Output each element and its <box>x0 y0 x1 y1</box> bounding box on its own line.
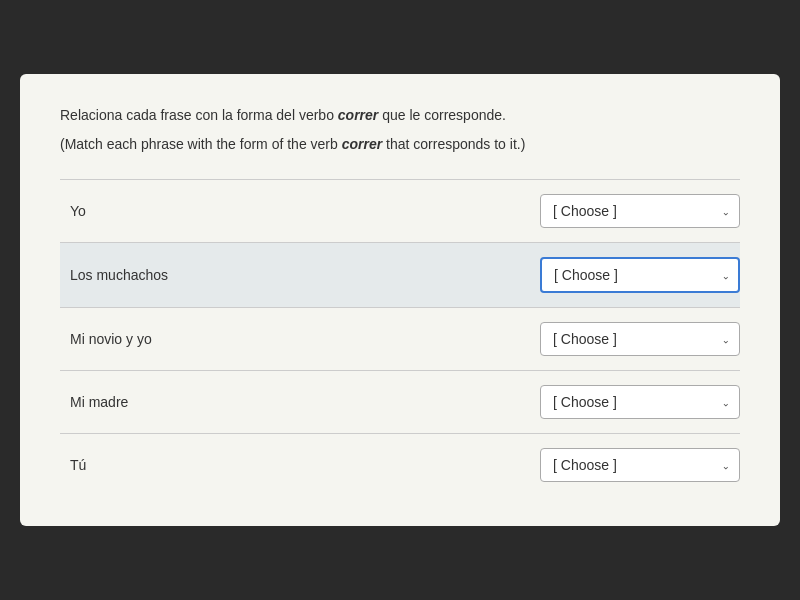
row-yo: Yo[ Choose ]corrocorrescorrecorremoscorr… <box>60 180 740 243</box>
select-wrapper-yo: [ Choose ]corrocorrescorrecorremoscorren <box>540 194 740 228</box>
label-mi-madre: Mi madre <box>60 394 540 410</box>
label-tu: Tú <box>60 457 540 473</box>
row-los-muchachos: Los muchachos[ Choose ]corrocorrescorrec… <box>60 243 740 308</box>
label-yo: Yo <box>60 203 540 219</box>
row-mi-madre: Mi madre[ Choose ]corrocorrescorrecorrem… <box>60 371 740 434</box>
select-wrapper-tu: [ Choose ]corrocorrescorrecorremoscorren <box>540 448 740 482</box>
select-wrapper-los-muchachos: [ Choose ]corrocorrescorrecorremoscorren <box>540 257 740 293</box>
select-mi-madre[interactable]: [ Choose ]corrocorrescorrecorremoscorren <box>540 385 740 419</box>
select-container-mi-madre: [ Choose ]corrocorrescorrecorremoscorren <box>540 385 740 419</box>
instruction-line2: (Match each phrase with the form of the … <box>60 133 740 155</box>
select-container-yo: [ Choose ]corrocorrescorrecorremoscorren <box>540 194 740 228</box>
select-container-los-muchachos: [ Choose ]corrocorrescorrecorremoscorren <box>540 257 740 293</box>
label-mi-novio-y-yo: Mi novio y yo <box>60 331 540 347</box>
select-tu[interactable]: [ Choose ]corrocorrescorrecorremoscorren <box>540 448 740 482</box>
select-los-muchachos[interactable]: [ Choose ]corrocorrescorrecorremoscorren <box>540 257 740 293</box>
select-wrapper-mi-madre: [ Choose ]corrocorrescorrecorremoscorren <box>540 385 740 419</box>
row-tu: Tú[ Choose ]corrocorrescorrecorremoscorr… <box>60 434 740 496</box>
label-los-muchachos: Los muchachos <box>60 267 540 283</box>
select-yo[interactable]: [ Choose ]corrocorrescorrecorremoscorren <box>540 194 740 228</box>
select-container-mi-novio-y-yo: [ Choose ]corrocorrescorrecorremoscorren <box>540 322 740 356</box>
instructions: Relaciona cada frase con la forma del ve… <box>60 104 740 155</box>
select-wrapper-mi-novio-y-yo: [ Choose ]corrocorrescorrecorremoscorren <box>540 322 740 356</box>
main-container: Relaciona cada frase con la forma del ve… <box>20 74 780 526</box>
matching-table: Yo[ Choose ]corrocorrescorrecorremoscorr… <box>60 180 740 496</box>
instruction-line1: Relaciona cada frase con la forma del ve… <box>60 104 740 126</box>
row-mi-novio-y-yo: Mi novio y yo[ Choose ]corrocorrescorrec… <box>60 308 740 371</box>
select-mi-novio-y-yo[interactable]: [ Choose ]corrocorrescorrecorremoscorren <box>540 322 740 356</box>
select-container-tu: [ Choose ]corrocorrescorrecorremoscorren <box>540 448 740 482</box>
